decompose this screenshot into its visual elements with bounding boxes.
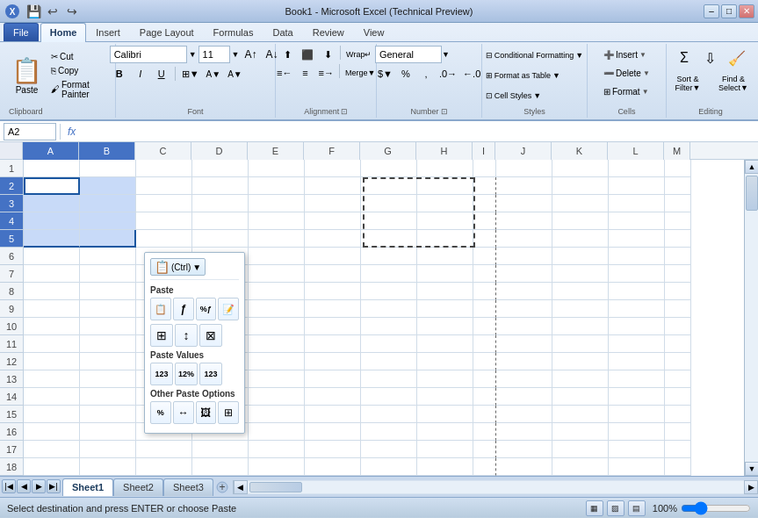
wrap-text-btn[interactable]: Wrap↵ <box>343 46 374 63</box>
row-header-18[interactable]: 18 <box>0 458 23 476</box>
cell-j-14[interactable] <box>496 388 552 406</box>
cell-b-9[interactable] <box>80 300 136 318</box>
cell-e-12[interactable] <box>249 353 305 370</box>
cell-m-10[interactable] <box>665 318 691 335</box>
cell-a-8[interactable] <box>24 283 80 300</box>
cell-h-7[interactable] <box>417 265 473 283</box>
cell-k-11[interactable] <box>552 335 609 353</box>
cell-g-14[interactable] <box>361 388 417 406</box>
cell-k-8[interactable] <box>552 283 609 300</box>
cell-j-7[interactable] <box>496 265 552 283</box>
cell-g2[interactable] <box>361 177 417 195</box>
cell-j-9[interactable] <box>496 300 552 318</box>
cell-b2[interactable] <box>80 177 136 195</box>
undo-quick-btn[interactable]: ↩ <box>44 3 61 20</box>
cell-j-10[interactable] <box>496 318 552 335</box>
cell-a-7[interactable] <box>24 265 80 283</box>
paste-link-btn[interactable]: ↔ <box>173 401 194 424</box>
cell-g-17[interactable] <box>361 441 417 458</box>
cell-h-12[interactable] <box>417 353 473 370</box>
cell-c2[interactable] <box>136 177 192 195</box>
cell-j3[interactable] <box>496 195 552 212</box>
cell-f-12[interactable] <box>305 353 361 370</box>
cell-h-10[interactable] <box>417 318 473 335</box>
cell-a-10[interactable] <box>24 318 80 335</box>
cell-g1[interactable] <box>361 160 417 177</box>
format-as-table-btn[interactable]: ⊞Format as Table▼ <box>481 66 588 85</box>
cell-h-6[interactable] <box>417 248 473 265</box>
close-button[interactable]: ✕ <box>739 4 754 18</box>
cell-k-13[interactable] <box>552 370 609 388</box>
cell-e-6[interactable] <box>249 248 305 265</box>
cell-k-18[interactable] <box>552 458 609 476</box>
borders-button[interactable]: ⊞▼ <box>179 65 202 83</box>
cell-g-11[interactable] <box>361 335 417 353</box>
cell-l-6[interactable] <box>609 248 665 265</box>
cell-e-11[interactable] <box>249 335 305 353</box>
cell-l-10[interactable] <box>609 318 665 335</box>
cell-k1[interactable] <box>552 160 609 177</box>
cell-m4[interactable] <box>665 212 691 230</box>
row-header-15[interactable]: 15 <box>0 406 23 423</box>
cell-l-13[interactable] <box>609 370 665 388</box>
row-header-11[interactable]: 11 <box>0 335 23 353</box>
tab-data[interactable]: Data <box>263 23 302 41</box>
cell-e-18[interactable] <box>249 458 305 476</box>
cell-d4[interactable] <box>192 212 249 230</box>
cell-f-10[interactable] <box>305 318 361 335</box>
cell-i-14[interactable] <box>473 388 496 406</box>
cell-j-16[interactable] <box>496 423 552 441</box>
cell-j-11[interactable] <box>496 335 552 353</box>
cell-g-9[interactable] <box>361 300 417 318</box>
vertical-scrollbar[interactable]: ▲ ▼ <box>744 160 758 476</box>
cell-h-14[interactable] <box>417 388 473 406</box>
cell-a3[interactable] <box>24 195 80 212</box>
align-center-btn[interactable]: ≡ <box>296 64 315 82</box>
cell-e2[interactable] <box>249 177 305 195</box>
cell-a1[interactable] <box>24 160 80 177</box>
cell-c-18[interactable] <box>136 458 192 476</box>
cell-m-18[interactable] <box>665 458 691 476</box>
cell-a-15[interactable] <box>24 406 80 423</box>
scroll-left-btn[interactable]: ◀ <box>234 480 248 494</box>
row-header-7[interactable]: 7 <box>0 265 23 283</box>
cell-a-16[interactable] <box>24 423 80 441</box>
cell-k5[interactable] <box>552 230 609 248</box>
cell-l1[interactable] <box>609 160 665 177</box>
cell-l3[interactable] <box>609 195 665 212</box>
cell-l-15[interactable] <box>609 406 665 423</box>
cell-d-17[interactable] <box>192 441 249 458</box>
paste-trigger-button[interactable]: 📋 (Ctrl) ▼ <box>150 258 206 276</box>
col-header-h[interactable]: H <box>416 142 473 160</box>
cell-a-9[interactable] <box>24 300 80 318</box>
cell-g-12[interactable] <box>361 353 417 370</box>
cell-f-13[interactable] <box>305 370 361 388</box>
paste-default-btn[interactable]: 📋 <box>150 298 171 320</box>
col-header-m[interactable]: M <box>664 142 690 160</box>
cell-f-16[interactable] <box>305 423 361 441</box>
cell-m3[interactable] <box>665 195 691 212</box>
copy-button[interactable]: ⎘ Copy <box>47 64 110 77</box>
next-sheet-btn[interactable]: ▶ <box>32 479 46 493</box>
row-header-1[interactable]: 1 <box>0 160 23 177</box>
cell-g-10[interactable] <box>361 318 417 335</box>
cell-k-17[interactable] <box>552 441 609 458</box>
cell-k3[interactable] <box>552 195 609 212</box>
cell-e4[interactable] <box>249 212 305 230</box>
row-header-4[interactable]: 4 <box>0 212 23 230</box>
cell-h-13[interactable] <box>417 370 473 388</box>
paste-formula-btn[interactable]: ƒ <box>173 298 194 320</box>
cell-i-17[interactable] <box>473 441 496 458</box>
cell-l-8[interactable] <box>609 283 665 300</box>
cell-l-7[interactable] <box>609 265 665 283</box>
cell-f1[interactable] <box>305 160 361 177</box>
restore-button[interactable]: □ <box>721 4 737 18</box>
cell-a-14[interactable] <box>24 388 80 406</box>
number-format-dropdown[interactable]: ▼ <box>442 50 450 59</box>
align-top-btn[interactable]: ⬆ <box>278 46 297 63</box>
row-header-16[interactable]: 16 <box>0 423 23 441</box>
cell-a-6[interactable] <box>24 248 80 265</box>
minimize-button[interactable]: – <box>704 4 719 18</box>
decrease-decimal-btn[interactable]: ←.0 <box>460 65 483 83</box>
cell-k-16[interactable] <box>552 423 609 441</box>
